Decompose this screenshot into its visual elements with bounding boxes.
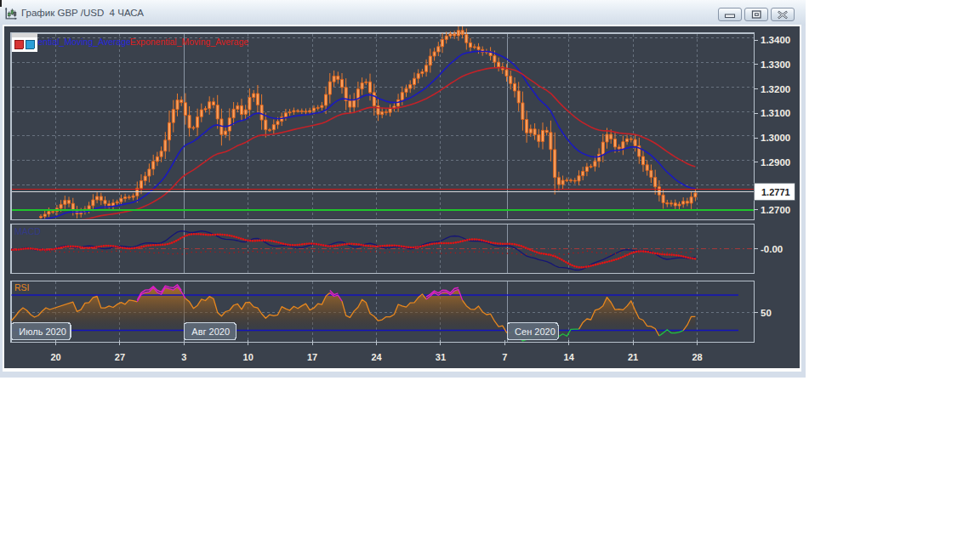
svg-text:14: 14 xyxy=(564,352,575,362)
svg-text:27: 27 xyxy=(115,352,125,362)
svg-text:1.3300: 1.3300 xyxy=(761,60,790,70)
svg-text:Сен 2020: Сен 2020 xyxy=(515,327,556,337)
svg-text:10: 10 xyxy=(243,352,254,362)
svg-text:Авг 2020: Авг 2020 xyxy=(191,327,230,337)
svg-text:Июль 2020: Июль 2020 xyxy=(19,327,66,337)
svg-text:20: 20 xyxy=(50,352,60,362)
svg-text:1.3200: 1.3200 xyxy=(761,84,790,94)
svg-text:RSI: RSI xyxy=(14,282,30,293)
svg-text:1.2900: 1.2900 xyxy=(761,157,790,168)
svg-text:1.3100: 1.3100 xyxy=(761,108,790,118)
svg-text:7: 7 xyxy=(502,352,507,362)
svg-text:24: 24 xyxy=(371,352,382,362)
svg-text:31: 31 xyxy=(436,352,446,362)
svg-text:-0.00: -0.00 xyxy=(761,244,783,254)
svg-text:50: 50 xyxy=(761,308,772,318)
svg-text:3: 3 xyxy=(181,352,186,362)
svg-text:Exponential_Moving_Average: Exponential_Moving_Average xyxy=(130,37,248,47)
svg-text:1.2771: 1.2771 xyxy=(761,187,790,197)
svg-text:1.3000: 1.3000 xyxy=(761,133,790,143)
svg-text:21: 21 xyxy=(628,352,638,362)
svg-text:MACD: MACD xyxy=(14,226,41,236)
svg-text:28: 28 xyxy=(692,352,702,362)
svg-text:ential_Moving_Average: ential_Moving_Average xyxy=(38,37,132,47)
svg-text:1.2700: 1.2700 xyxy=(761,205,790,215)
svg-text:17: 17 xyxy=(307,352,317,362)
svg-text:1.3400: 1.3400 xyxy=(761,35,790,45)
